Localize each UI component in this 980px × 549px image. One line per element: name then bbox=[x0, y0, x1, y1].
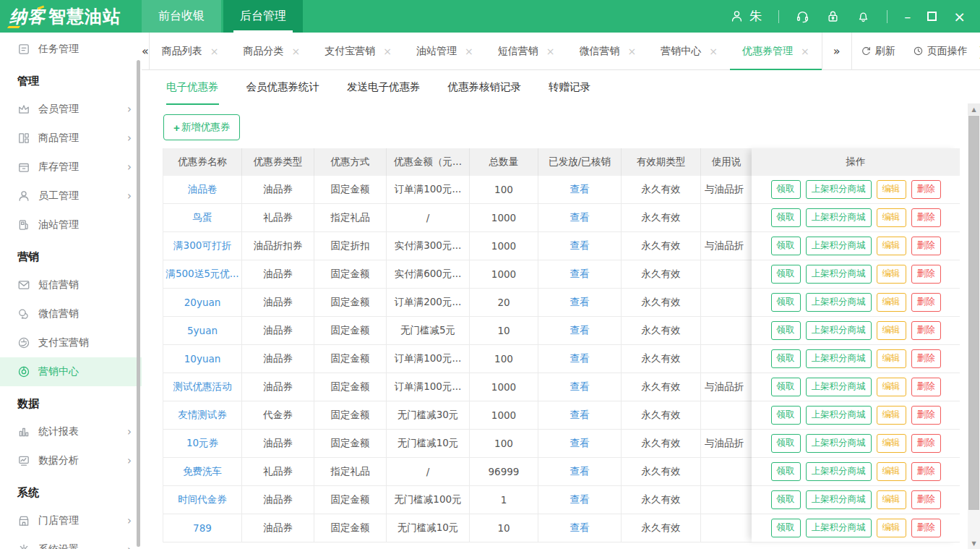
tab-3[interactable]: 支付宝营销× bbox=[312, 33, 404, 69]
claim-button[interactable]: 领取 bbox=[771, 406, 801, 425]
sidebar-item-wechat[interactable]: 微信营销 bbox=[0, 299, 142, 328]
view-issued-link[interactable]: 查看 bbox=[570, 239, 590, 252]
delete-button[interactable]: 删除 bbox=[911, 321, 941, 340]
subtab-4[interactable]: 优惠券核销记录 bbox=[448, 70, 522, 105]
page-actions-button[interactable]: 页面操作 bbox=[904, 45, 976, 58]
tab-4[interactable]: 油站管理× bbox=[404, 33, 486, 69]
view-issued-link[interactable]: 查看 bbox=[570, 211, 590, 224]
sidebar-item-monitor[interactable]: 数据分析› bbox=[0, 446, 142, 475]
tab-close-icon[interactable]: × bbox=[465, 46, 473, 57]
edit-button[interactable]: 编辑 bbox=[877, 321, 906, 340]
coupon-name-link[interactable]: 5yuan bbox=[163, 317, 242, 344]
tab-close-icon[interactable]: × bbox=[292, 46, 301, 57]
view-issued-link[interactable]: 查看 bbox=[570, 465, 590, 478]
list-points-mall-button[interactable]: 上架积分商城 bbox=[806, 237, 872, 255]
tab-close-icon[interactable]: × bbox=[210, 46, 219, 57]
view-issued-link[interactable]: 查看 bbox=[570, 268, 590, 281]
scrollbar-thumb[interactable] bbox=[968, 116, 979, 510]
view-issued-link[interactable]: 查看 bbox=[570, 380, 590, 393]
coupon-name-link[interactable]: 友情测试券 bbox=[163, 401, 242, 429]
edit-button[interactable]: 编辑 bbox=[877, 180, 906, 199]
view-issued-link[interactable]: 查看 bbox=[570, 409, 590, 422]
topnav-backend[interactable]: 后台管理 bbox=[223, 0, 303, 33]
subtab-1[interactable]: 电子优惠券 bbox=[166, 70, 219, 105]
list-points-mall-button[interactable]: 上架积分商城 bbox=[806, 293, 872, 312]
list-points-mall-button[interactable]: 上架积分商城 bbox=[806, 349, 872, 368]
tab-close-icon[interactable]: × bbox=[627, 46, 636, 57]
refresh-button[interactable]: 刷新 bbox=[852, 45, 904, 58]
coupon-name-link[interactable]: 满500送5元优... bbox=[163, 260, 242, 288]
list-points-mall-button[interactable]: 上架积分商城 bbox=[806, 180, 872, 199]
maximize-icon[interactable] bbox=[927, 12, 937, 21]
delete-button[interactable]: 删除 bbox=[911, 434, 941, 453]
delete-button[interactable]: 删除 bbox=[911, 237, 941, 255]
scroll-down-arrow[interactable]: ▼ bbox=[968, 537, 980, 549]
coupon-name-link[interactable]: 10yuan bbox=[163, 345, 242, 373]
delete-button[interactable]: 删除 bbox=[911, 208, 941, 227]
bell-icon[interactable] bbox=[856, 9, 870, 23]
coupon-name-link[interactable]: 789 bbox=[163, 514, 242, 542]
edit-button[interactable]: 编辑 bbox=[877, 434, 906, 453]
view-issued-link[interactable]: 查看 bbox=[570, 296, 590, 309]
sidebar-scrollbar-thumb[interactable] bbox=[137, 60, 140, 547]
coupon-name-link[interactable]: 10元券 bbox=[163, 430, 242, 457]
view-issued-link[interactable]: 查看 bbox=[570, 522, 590, 535]
claim-button[interactable]: 领取 bbox=[771, 490, 801, 509]
tab-close-icon[interactable]: × bbox=[709, 46, 718, 57]
view-issued-link[interactable]: 查看 bbox=[570, 437, 590, 450]
list-points-mall-button[interactable]: 上架积分商城 bbox=[806, 378, 872, 396]
add-coupon-button[interactable]: + 新增优惠券 bbox=[163, 114, 240, 140]
coupon-name-link[interactable]: 油品卷 bbox=[163, 176, 242, 203]
list-points-mall-button[interactable]: 上架积分商城 bbox=[806, 208, 872, 227]
topnav-front-desk[interactable]: 前台收银 bbox=[142, 0, 221, 33]
list-points-mall-button[interactable]: 上架积分商城 bbox=[806, 462, 872, 481]
tab-close-icon[interactable]: × bbox=[546, 46, 555, 57]
view-issued-link[interactable]: 查看 bbox=[570, 493, 590, 506]
sidebar-item-sms[interactable]: 短信营销 bbox=[0, 271, 142, 299]
edit-button[interactable]: 编辑 bbox=[877, 406, 906, 425]
delete-button[interactable]: 删除 bbox=[911, 490, 941, 509]
tab-close-icon[interactable]: × bbox=[383, 46, 392, 57]
edit-button[interactable]: 编辑 bbox=[877, 265, 906, 284]
user-chip[interactable]: 朱 bbox=[730, 8, 762, 25]
minimize-icon[interactable]: – bbox=[904, 13, 911, 20]
claim-button[interactable]: 领取 bbox=[771, 265, 801, 284]
sidebar-item-station[interactable]: 油站管理 bbox=[0, 210, 142, 239]
claim-button[interactable]: 领取 bbox=[771, 180, 801, 199]
coupon-name-link[interactable]: 免费洗车 bbox=[163, 458, 242, 485]
delete-button[interactable]: 删除 bbox=[911, 462, 941, 481]
delete-button[interactable]: 删除 bbox=[911, 293, 941, 312]
list-points-mall-button[interactable]: 上架积分商城 bbox=[806, 321, 872, 340]
edit-button[interactable]: 编辑 bbox=[877, 490, 906, 509]
delete-button[interactable]: 删除 bbox=[911, 406, 941, 425]
coupon-name-link[interactable]: 满300可打折 bbox=[163, 232, 242, 260]
tabs-collapse-left-button[interactable]: « bbox=[142, 33, 150, 69]
claim-button[interactable]: 领取 bbox=[771, 349, 801, 368]
edit-button[interactable]: 编辑 bbox=[877, 462, 906, 481]
claim-button[interactable]: 领取 bbox=[771, 462, 801, 481]
tab-close-icon[interactable]: × bbox=[801, 46, 809, 57]
list-points-mall-button[interactable]: 上架积分商城 bbox=[806, 265, 872, 284]
sidebar-item-inventory[interactable]: 库存管理› bbox=[0, 153, 142, 182]
delete-button[interactable]: 删除 bbox=[911, 378, 941, 396]
list-points-mall-button[interactable]: 上架积分商城 bbox=[806, 519, 872, 537]
view-issued-link[interactable]: 查看 bbox=[570, 324, 590, 337]
tab-7[interactable]: 营销中心× bbox=[648, 33, 730, 69]
tab-1[interactable]: 商品列表× bbox=[150, 33, 231, 69]
headset-icon[interactable] bbox=[796, 9, 809, 23]
tab-6[interactable]: 微信营销× bbox=[567, 33, 648, 69]
scroll-up-arrow[interactable]: ▲ bbox=[968, 103, 980, 115]
claim-button[interactable]: 领取 bbox=[771, 434, 801, 453]
delete-button[interactable]: 删除 bbox=[911, 349, 941, 368]
view-issued-link[interactable]: 查看 bbox=[570, 352, 590, 365]
sidebar-item-staff[interactable]: 员工管理› bbox=[0, 182, 142, 210]
delete-button[interactable]: 删除 bbox=[911, 519, 941, 537]
edit-button[interactable]: 编辑 bbox=[877, 237, 906, 255]
sidebar-item-crown[interactable]: 会员管理› bbox=[0, 95, 142, 124]
list-points-mall-button[interactable]: 上架积分商城 bbox=[806, 434, 872, 453]
tab-8[interactable]: 优惠券管理× bbox=[730, 33, 822, 69]
vertical-scrollbar[interactable]: ▲ ▼ bbox=[968, 103, 980, 549]
edit-button[interactable]: 编辑 bbox=[877, 208, 906, 227]
edit-button[interactable]: 编辑 bbox=[877, 519, 906, 537]
coupon-name-link[interactable]: 时间代金券 bbox=[163, 486, 242, 514]
